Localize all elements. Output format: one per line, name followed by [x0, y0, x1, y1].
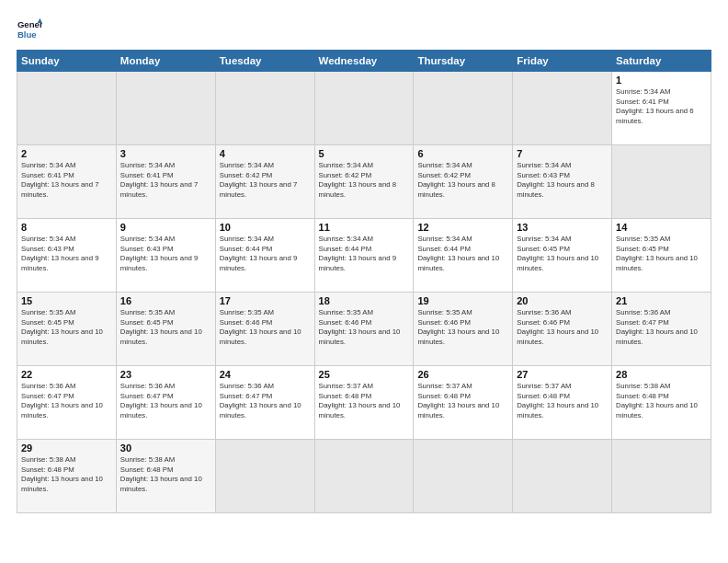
sunrise-label: Sunrise: [120, 382, 147, 390]
daylight-label: Daylight: [319, 327, 347, 336]
daylight-label: Daylight: [21, 401, 49, 409]
sunset-label: Sunset: [517, 245, 540, 253]
sunrise-label: Sunrise: [616, 87, 643, 96]
calendar-cell: 6 Sunrise: 5:34 AM Sunset: 6:42 PM Dayli… [414, 145, 513, 219]
calendar-week-1: 2 Sunrise: 5:34 AM Sunset: 6:41 PM Dayli… [17, 145, 711, 219]
day-info: Sunrise: 5:34 AM Sunset: 6:45 PM Dayligh… [517, 235, 608, 273]
day-header-friday: Friday [513, 51, 612, 72]
sunset-time: 6:48 PM [444, 392, 471, 400]
sunrise-time: 5:34 AM [446, 235, 472, 243]
sunset-time: 6:41 PM [48, 171, 74, 179]
daylight-label: Daylight: [220, 254, 247, 262]
daylight-label: Daylight: [120, 327, 148, 336]
day-info: Sunrise: 5:34 AM Sunset: 6:41 PM Dayligh… [616, 87, 707, 126]
sunset-label: Sunset: [616, 392, 640, 400]
sunset-time: 6:44 PM [444, 245, 471, 253]
day-number: 14 [616, 222, 707, 233]
sunrise-label: Sunrise: [21, 235, 48, 243]
sunset-time: 6:48 PM [643, 392, 669, 400]
calendar-cell [414, 72, 513, 145]
calendar-cell: 29 Sunrise: 5:38 AM Sunset: 6:48 PM Dayl… [17, 440, 117, 513]
sunset-time: 6:45 PM [643, 245, 669, 253]
day-info: Sunrise: 5:34 AM Sunset: 6:42 PM Dayligh… [417, 161, 508, 200]
day-number: 11 [319, 222, 410, 233]
sunrise-time: 5:34 AM [247, 235, 274, 243]
sunrise-label: Sunrise: [120, 235, 147, 243]
daylight-label: Daylight: [120, 475, 148, 483]
sunset-time: 6:48 PM [146, 465, 173, 474]
calendar-cell [314, 72, 414, 145]
daylight-label: Daylight: [616, 254, 643, 262]
sunrise-time: 5:35 AM [247, 308, 274, 316]
sunrise-label: Sunrise: [616, 235, 643, 243]
sunset-label: Sunset: [417, 318, 441, 327]
day-number: 26 [417, 369, 508, 380]
day-info: Sunrise: 5:35 AM Sunset: 6:46 PM Dayligh… [220, 308, 311, 347]
day-header-saturday: Saturday [612, 51, 711, 72]
sunset-label: Sunset: [417, 171, 441, 179]
day-number: 10 [220, 222, 311, 233]
sunrise-time: 5:38 AM [149, 455, 176, 464]
calendar-cell: 24 Sunrise: 5:36 AM Sunset: 6:47 PM Dayl… [215, 366, 314, 440]
sunset-label: Sunset: [517, 392, 540, 400]
day-number: 28 [616, 369, 707, 380]
calendar-cell: 30 Sunrise: 5:38 AM Sunset: 6:48 PM Dayl… [116, 440, 215, 513]
calendar-cell [215, 440, 314, 513]
sunset-label: Sunset: [616, 318, 640, 327]
sunset-label: Sunset: [319, 392, 343, 400]
calendar-week-5: 29 Sunrise: 5:38 AM Sunset: 6:48 PM Dayl… [17, 440, 711, 513]
sunset-time: 6:45 PM [48, 318, 74, 327]
day-info: Sunrise: 5:36 AM Sunset: 6:47 PM Dayligh… [21, 382, 112, 420]
sunset-time: 6:47 PM [146, 392, 173, 400]
calendar-cell: 12 Sunrise: 5:34 AM Sunset: 6:44 PM Dayl… [414, 219, 513, 293]
day-info: Sunrise: 5:38 AM Sunset: 6:48 PM Dayligh… [120, 455, 211, 494]
calendar-cell: 27 Sunrise: 5:37 AM Sunset: 6:48 PM Dayl… [513, 366, 612, 440]
daylight-label: Daylight: [417, 401, 445, 409]
sunrise-label: Sunrise: [319, 235, 346, 243]
calendar-cell [116, 72, 215, 145]
calendar-cell: 18 Sunrise: 5:35 AM Sunset: 6:46 PM Dayl… [314, 293, 414, 366]
sunrise-time: 5:36 AM [247, 382, 274, 390]
day-info: Sunrise: 5:34 AM Sunset: 6:42 PM Dayligh… [220, 161, 311, 200]
sunset-label: Sunset: [517, 171, 540, 179]
sunset-label: Sunset: [220, 318, 244, 327]
sunrise-time: 5:35 AM [446, 308, 472, 316]
sunset-time: 6:47 PM [48, 392, 74, 400]
svg-text:Blue: Blue [17, 29, 37, 40]
calendar-cell [513, 72, 612, 145]
daylight-label: Daylight: [319, 180, 347, 189]
calendar-cell [17, 72, 117, 145]
calendar-cell [513, 440, 612, 513]
calendar-cell: 9 Sunrise: 5:34 AM Sunset: 6:43 PM Dayli… [116, 219, 215, 293]
sunset-time: 6:41 PM [146, 171, 173, 179]
sunrise-time: 5:34 AM [247, 161, 274, 169]
calendar-body: 1 Sunrise: 5:34 AM Sunset: 6:41 PM Dayli… [17, 72, 711, 513]
sunset-time: 6:46 PM [543, 318, 570, 327]
sunset-label: Sunset: [21, 318, 45, 327]
calendar-cell: 5 Sunrise: 5:34 AM Sunset: 6:42 PM Dayli… [314, 145, 414, 219]
daylight-label: Daylight: [120, 254, 148, 262]
daylight-label: Daylight: [319, 401, 347, 409]
sunset-time: 6:42 PM [444, 171, 471, 179]
daylight-label: Daylight: [120, 401, 148, 409]
daylight-label: Daylight: [616, 401, 643, 409]
daylight-label: Daylight: [417, 254, 445, 262]
sunrise-time: 5:36 AM [149, 382, 176, 390]
calendar-cell: 28 Sunrise: 5:38 AM Sunset: 6:48 PM Dayl… [612, 366, 711, 440]
day-number: 30 [120, 442, 211, 454]
day-info: Sunrise: 5:36 AM Sunset: 6:47 PM Dayligh… [616, 308, 707, 347]
sunrise-time: 5:34 AM [149, 235, 176, 243]
header: General Blue [17, 17, 711, 42]
sunrise-time: 5:38 AM [644, 382, 671, 390]
day-number: 5 [319, 148, 410, 159]
day-info: Sunrise: 5:34 AM Sunset: 6:42 PM Dayligh… [319, 161, 410, 200]
sunrise-time: 5:38 AM [50, 455, 76, 464]
sunset-label: Sunset: [120, 392, 144, 400]
calendar-week-3: 15 Sunrise: 5:35 AM Sunset: 6:45 PM Dayl… [17, 293, 711, 366]
sunset-time: 6:48 PM [345, 392, 371, 400]
sunrise-label: Sunrise: [319, 382, 346, 390]
day-number: 29 [21, 442, 112, 454]
sunset-label: Sunset: [616, 98, 640, 106]
sunset-time: 6:44 PM [245, 245, 272, 253]
calendar-week-4: 22 Sunrise: 5:36 AM Sunset: 6:47 PM Dayl… [17, 366, 711, 440]
